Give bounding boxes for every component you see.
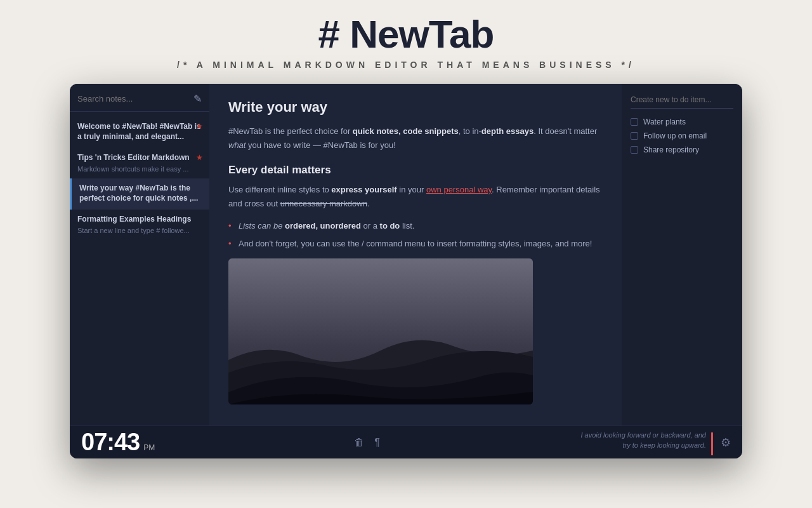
page-subtitle: /* A MINIMAL MARKDOWN EDITOR THAT MEANS …: [0, 60, 812, 70]
quote-bar: [711, 432, 713, 455]
bottom-actions: 🗑 ¶: [354, 437, 380, 448]
todo-label: Water plants: [643, 117, 686, 126]
todo-checkbox-share-repo[interactable]: [631, 146, 638, 154]
search-input[interactable]: [77, 94, 190, 104]
quote-text: I avoid looking forward or backward, and…: [579, 430, 706, 451]
app-window: ✎ Welcome to #NewTab! #NewTab is a truly…: [70, 84, 742, 458]
list-item: Lists can be ordered, unordered or a to …: [228, 219, 603, 233]
todo-list: Water plants Follow up on email Share re…: [631, 117, 733, 154]
todo-input[interactable]: [631, 93, 733, 109]
note-title: Formatting Examples Headings: [77, 215, 202, 225]
note-item-3[interactable]: Write your way #NewTab is the perfect ch…: [70, 178, 209, 210]
todo-checkbox-follow-up[interactable]: [631, 132, 638, 140]
clock-area: 07:43 PM: [81, 429, 155, 456]
sidebar-notes: Welcome to #NewTab! #NewTab is a truly m…: [70, 112, 209, 417]
note-title: Welcome to #NewTab! #NewTab is a truly m…: [77, 122, 202, 142]
bottom-bar: 07:43 PM 🗑 ¶ I avoid looking forward or …: [70, 425, 742, 458]
editor-image: [228, 258, 533, 404]
app-body: ✎ Welcome to #NewTab! #NewTab is a truly…: [70, 84, 742, 425]
star-icon: ★: [196, 153, 203, 162]
todo-label: Follow up on email: [643, 131, 707, 140]
editor-paragraph1: #NewTab is the perfect choice for quick …: [228, 124, 603, 152]
page-title: # NewTab: [0, 13, 812, 56]
note-item-4[interactable]: Formatting Examples Headings Start a new…: [70, 210, 209, 240]
todo-checkbox-water-plants[interactable]: [631, 118, 638, 126]
editor-content: Write your way #NewTab is the perfect ch…: [228, 99, 603, 404]
clock-time: 07:43: [81, 429, 140, 456]
note-item-1[interactable]: Welcome to #NewTab! #NewTab is a truly m…: [70, 117, 209, 148]
editor-heading2: Every detail matters: [228, 164, 603, 177]
quote-area: I avoid looking forward or backward, and…: [579, 430, 706, 451]
note-item-2[interactable]: Tips 'n Tricks Editor Markdown Markdown …: [70, 148, 209, 178]
delete-icon[interactable]: 🗑: [354, 437, 364, 448]
note-preview: Start a new line and type # followe...: [77, 226, 202, 235]
star-icon: ★: [196, 122, 203, 131]
sidebar: ✎ Welcome to #NewTab! #NewTab is a truly…: [70, 84, 209, 425]
todo-item-water-plants: Water plants: [631, 117, 733, 126]
editor-heading1: Write your way: [228, 99, 603, 116]
personal-way-link[interactable]: own personal way: [426, 185, 492, 194]
todo-item-share-repo: Share repository: [631, 145, 733, 154]
page-header: # NewTab /* A MINIMAL MARKDOWN EDITOR TH…: [0, 0, 812, 76]
main-content[interactable]: Write your way #NewTab is the perfect ch…: [209, 84, 622, 425]
new-note-icon[interactable]: ✎: [193, 93, 202, 105]
note-title: Tips 'n Tricks Editor Markdown: [77, 153, 202, 163]
note-preview: Markdown shortcuts make it easy ...: [77, 164, 202, 173]
editor-paragraph2: Use different inline styles to express y…: [228, 183, 603, 211]
todo-label: Share repository: [643, 145, 699, 154]
editor-list: Lists can be ordered, unordered or a to …: [228, 219, 603, 251]
note-title: Write your way #NewTab is the perfect ch…: [79, 184, 202, 203]
sidebar-search-area: ✎: [70, 93, 209, 112]
todo-item-follow-up: Follow up on email: [631, 131, 733, 140]
list-item: And don't forget, you can use the / comm…: [228, 237, 603, 251]
settings-icon[interactable]: ⚙: [721, 436, 731, 450]
right-panel: Water plants Follow up on email Share re…: [622, 84, 742, 425]
bottom-right: I avoid looking forward or backward, and…: [579, 430, 731, 455]
paragraph-icon[interactable]: ¶: [374, 437, 380, 448]
clock-ampm: PM: [143, 443, 155, 452]
